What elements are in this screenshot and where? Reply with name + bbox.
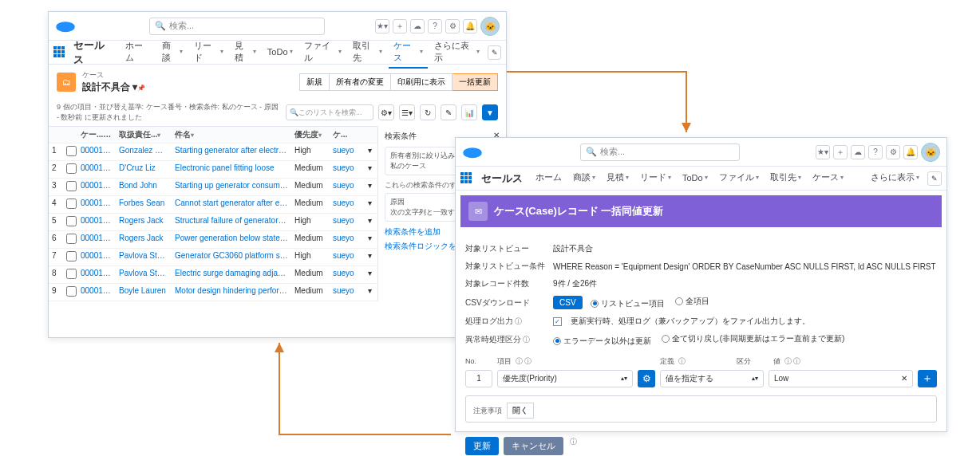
notification-bell-icon[interactable]: 🔔 — [463, 19, 477, 33]
display-icon[interactable]: ☰▾ — [399, 104, 415, 120]
tab-more[interactable]: さらに表示▾ — [866, 168, 924, 188]
notification-bell-icon[interactable]: 🔔 — [903, 145, 918, 159]
help-icon[interactable]: ? — [868, 145, 883, 159]
clear-icon[interactable]: ✕ — [901, 374, 907, 383]
owner-link[interactable]: Rogers Jack — [116, 214, 172, 231]
tab-todo[interactable]: ToDo▾ — [263, 44, 298, 61]
info-icon[interactable]: ⓘ — [570, 437, 577, 455]
value-input[interactable]: Low✕ — [769, 370, 913, 387]
who-link[interactable]: sueyo — [330, 214, 362, 231]
subject-link[interactable]: Structural failure of generator ba... — [172, 214, 291, 231]
app-launcher-icon[interactable] — [53, 46, 65, 59]
csv-opt-all[interactable]: 全項目 — [675, 296, 709, 307]
row-checkbox[interactable] — [66, 216, 77, 226]
who-link[interactable]: sueyo — [330, 284, 362, 301]
view-name[interactable]: 設計不具合 ▾📌 — [82, 81, 145, 92]
avatar[interactable]: 🐱 — [480, 17, 500, 36]
csv-opt-listview[interactable]: リストビュー項目 — [591, 298, 665, 309]
target-view-link[interactable]: 設計不具合 — [553, 243, 937, 254]
subject-link[interactable]: Starting up generator consumes... — [172, 179, 291, 196]
subject-link[interactable]: Motor design hindering perform... — [172, 284, 291, 301]
owner-link[interactable]: Pavlova Stella — [116, 266, 172, 284]
bulk-update-button[interactable]: 一括更新 — [452, 73, 498, 91]
owner-link[interactable]: Forbes Sean — [116, 196, 172, 214]
app-launcher-icon[interactable] — [460, 172, 473, 185]
setup-gear-icon[interactable]: ⚙ — [886, 145, 900, 159]
tab-todo[interactable]: ToDo▾ — [678, 170, 713, 187]
row-checkbox[interactable] — [66, 251, 77, 261]
no-input[interactable]: 1 — [465, 370, 492, 387]
open-notes-button[interactable]: 開く — [507, 403, 534, 419]
col-priority[interactable]: 優先度▾ — [291, 127, 330, 143]
tab-more[interactable]: さらに表示▾ — [429, 37, 484, 69]
favorite-icon[interactable]: ★▾ — [816, 145, 830, 159]
favorite-icon[interactable]: ★▾ — [375, 19, 389, 33]
owner-link[interactable]: Bond John — [116, 179, 172, 196]
tab-account[interactable]: 取引先▾ — [765, 168, 806, 188]
global-search[interactable]: 🔍検索... — [149, 18, 325, 35]
subject-link[interactable]: Starting generator after electrica... — [172, 143, 291, 161]
row-menu-icon[interactable]: ▾ — [362, 249, 377, 266]
owner-link[interactable]: Boyle Lauren — [116, 284, 172, 301]
owner-link[interactable]: Rogers Jack — [116, 231, 172, 249]
tab-lead[interactable]: リード▾ — [635, 168, 676, 188]
new-button[interactable]: 新規 — [299, 73, 330, 91]
tab-opp[interactable]: 商談▾ — [157, 37, 188, 69]
tab-file[interactable]: ファイル▾ — [299, 37, 346, 69]
row-menu-icon[interactable]: ▾ — [362, 143, 377, 161]
info-icon[interactable]: ⓘ — [523, 336, 530, 344]
err-opt-rollback[interactable]: 全て切り戻し(非同期更新はエラー直前まで更新) — [662, 333, 845, 344]
global-search[interactable]: 🔍検索... — [580, 143, 740, 161]
cloud-icon[interactable]: ☁ — [851, 145, 865, 159]
row-menu-icon[interactable]: ▾ — [362, 179, 377, 196]
tab-case[interactable]: ケース▾ — [808, 168, 848, 188]
row-menu-icon[interactable]: ▾ — [362, 161, 377, 179]
filter-icon[interactable]: ▼ — [482, 104, 498, 120]
def-select[interactable]: 値を指定する▴▾ — [660, 370, 764, 387]
row-menu-icon[interactable]: ▾ — [362, 266, 377, 284]
tab-home[interactable]: ホーム — [531, 168, 567, 188]
case-link[interactable]: 000010... — [77, 266, 116, 284]
item-select[interactable]: 優先度(Priority)▴▾ — [497, 370, 633, 387]
err-opt-continue[interactable]: エラーデータ以外は更新 — [553, 336, 651, 347]
tab-opp[interactable]: 商談▾ — [568, 168, 600, 188]
row-checkbox[interactable] — [66, 199, 77, 209]
edit-inline-icon[interactable]: ✎ — [441, 104, 456, 120]
case-link[interactable]: 000010... — [77, 214, 116, 231]
subject-link[interactable]: Electric surge damaging adjacen... — [172, 266, 291, 284]
case-link[interactable]: 000010... — [77, 196, 116, 214]
edit-nav-icon[interactable]: ✎ — [488, 45, 501, 60]
row-menu-icon[interactable]: ▾ — [362, 231, 377, 249]
edit-nav-icon[interactable]: ✎ — [927, 171, 942, 186]
change-owner-button[interactable]: 所有者の変更 — [330, 73, 391, 91]
help-icon[interactable]: ? — [428, 19, 442, 33]
row-checkbox[interactable] — [66, 234, 77, 244]
tab-account[interactable]: 取引先▾ — [348, 37, 387, 69]
tab-home[interactable]: ホーム — [121, 37, 155, 69]
tab-lead[interactable]: リード▾ — [189, 37, 228, 69]
refresh-icon[interactable]: ↻ — [420, 104, 436, 120]
chart-icon[interactable]: 📊 — [461, 104, 477, 120]
case-link[interactable]: 000010... — [77, 231, 116, 249]
add-row-button[interactable]: ＋ — [918, 370, 937, 387]
who-link[interactable]: sueyo — [330, 143, 362, 161]
list-search[interactable]: 🔍 このリストを検索... — [286, 104, 373, 120]
update-button[interactable]: 更新 — [465, 437, 499, 455]
cancel-button[interactable]: キャンセル — [504, 437, 563, 455]
case-link[interactable]: 000010... — [77, 284, 116, 301]
info-icon[interactable]: ⓘ — [515, 317, 522, 325]
print-button[interactable]: 印刷用に表示 — [391, 73, 452, 91]
log-checkbox[interactable]: ✓ — [553, 317, 562, 326]
subject-link[interactable]: Power generation below stated l... — [172, 231, 291, 249]
settings-gear-icon[interactable]: ⚙▾ — [378, 104, 394, 120]
case-link[interactable]: 000010... — [77, 143, 116, 161]
row-menu-icon[interactable]: ▾ — [362, 196, 377, 214]
subject-link[interactable]: Cannot start generator after elec... — [172, 196, 291, 214]
case-link[interactable]: 000010... — [77, 249, 116, 266]
who-link[interactable]: sueyo — [330, 161, 362, 179]
add-icon[interactable]: ＋ — [393, 19, 407, 33]
who-link[interactable]: sueyo — [330, 231, 362, 249]
row-checkbox[interactable] — [66, 146, 77, 156]
row-checkbox[interactable] — [66, 286, 77, 297]
owner-link[interactable]: D'Cruz Liz — [116, 161, 172, 179]
